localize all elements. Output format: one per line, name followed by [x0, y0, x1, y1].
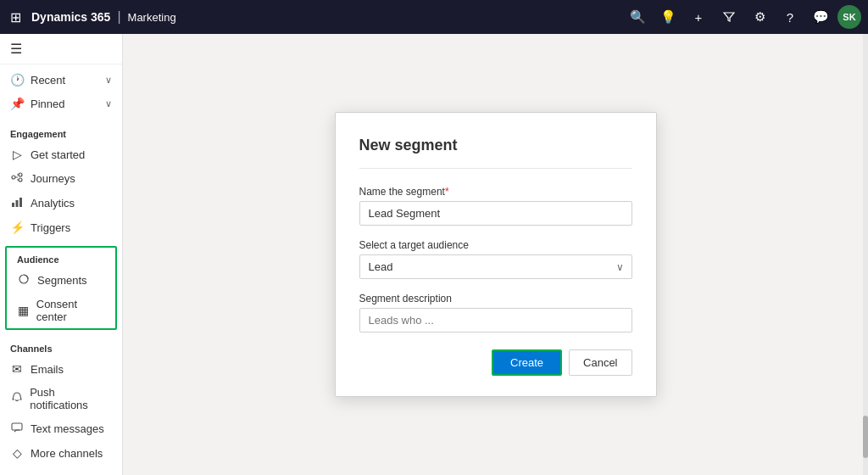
audience-select[interactable]: Lead	[359, 254, 632, 279]
name-field: Name the segment*	[359, 186, 632, 226]
svg-rect-3	[12, 203, 14, 207]
journeys-label: Journeys	[31, 172, 75, 185]
pinned-chevron: ∨	[105, 98, 112, 109]
filter-icon[interactable]	[715, 3, 743, 31]
svg-rect-5	[19, 198, 22, 207]
audience-select-wrapper: Lead ∨	[359, 254, 632, 279]
cancel-button[interactable]: Cancel	[569, 349, 632, 376]
get-started-icon: ▷	[10, 148, 24, 161]
dialog-actions: Create Cancel	[359, 349, 632, 376]
more-channels-label: More channels	[31, 447, 103, 460]
recent-icon: 🕐	[10, 73, 24, 87]
sidebar-item-triggers[interactable]: ⚡ Triggers	[0, 215, 122, 239]
svg-rect-4	[16, 200, 19, 207]
get-started-label: Get started	[31, 148, 85, 161]
segments-icon	[17, 273, 31, 288]
svg-point-1	[19, 173, 22, 176]
name-label: Name the segment*	[359, 186, 632, 198]
analytics-icon	[10, 196, 24, 210]
audience-box: Audience Segments ▦ Consent center	[5, 246, 117, 330]
text-messages-label: Text messages	[31, 422, 104, 435]
description-label: Segment description	[359, 293, 632, 305]
svg-rect-7	[12, 423, 22, 430]
consent-label: Consent center	[36, 298, 105, 323]
add-icon[interactable]: +	[685, 3, 712, 31]
sidebar-item-more-channels[interactable]: ◇ More channels	[0, 441, 122, 465]
sidebar-engagement-section: Engagement ▷ Get started Journeys Analyt…	[0, 119, 122, 243]
brand-name: Dynamics 365	[31, 10, 110, 24]
scrollbar[interactable]	[863, 34, 868, 475]
module-name: Marketing	[128, 11, 176, 24]
grid-icon[interactable]: ⊞	[7, 6, 25, 29]
dialog-title: New segment	[359, 137, 632, 169]
sidebar-item-push-notifications[interactable]: Push notifications	[0, 381, 122, 416]
triggers-label: Triggers	[31, 221, 70, 234]
sidebar-item-journeys[interactable]: Journeys	[0, 166, 122, 191]
description-field: Segment description	[359, 293, 632, 332]
push-label: Push notifications	[30, 386, 112, 411]
svg-point-0	[12, 176, 15, 179]
recent-label: Recent	[31, 74, 65, 87]
svg-point-2	[19, 178, 22, 182]
scroll-thumb	[863, 416, 868, 458]
emails-label: Emails	[31, 363, 64, 376]
topnav-icons: 🔍 💡 + ⚙ ? 💬 SK	[624, 3, 861, 31]
help-icon[interactable]: ?	[776, 3, 804, 31]
sidebar-item-recent[interactable]: 🕐 Recent ∨	[0, 68, 122, 92]
journeys-icon	[10, 171, 24, 186]
feedback-icon[interactable]: 💬	[807, 3, 834, 31]
name-input[interactable]	[359, 201, 632, 226]
search-icon[interactable]: 🔍	[624, 3, 651, 31]
sidebar-item-get-started[interactable]: ▷ Get started	[0, 142, 122, 166]
sidebar-assets-section: Assets ▤ Library	[0, 468, 122, 475]
name-required: *	[445, 186, 449, 198]
sidebar-item-consent-center[interactable]: ▦ Consent center	[7, 293, 115, 328]
triggers-icon: ⚡	[10, 221, 24, 234]
content-area: New segment Name the segment* Select a t…	[123, 34, 868, 475]
pinned-label: Pinned	[31, 98, 64, 110]
sidebar-channels-section: Channels ✉ Emails Push notifications Tex…	[0, 333, 122, 468]
sidebar-top: ☰	[0, 34, 122, 64]
new-segment-dialog: New segment Name the segment* Select a t…	[335, 112, 657, 397]
audience-label: Select a target audience	[359, 239, 632, 251]
emails-icon: ✉	[10, 362, 24, 376]
sidebar-item-emails[interactable]: ✉ Emails	[0, 357, 122, 381]
recent-chevron: ∨	[105, 75, 112, 86]
description-input[interactable]	[359, 308, 632, 332]
pinned-icon: 📌	[10, 97, 24, 110]
brand-divider: |	[117, 9, 120, 25]
assets-header: Assets	[0, 472, 122, 475]
audience-field: Select a target audience Lead ∨	[359, 239, 632, 279]
lightbulb-icon[interactable]: 💡	[654, 3, 682, 31]
more-channels-icon: ◇	[10, 446, 24, 460]
user-avatar[interactable]: SK	[837, 5, 861, 29]
brand-area: Dynamics 365 | Marketing	[31, 9, 176, 25]
main-area: ☰ 🕐 Recent ∨ 📌 Pinned ∨ Engagement ▷ Get…	[0, 34, 868, 475]
consent-icon: ▦	[17, 304, 30, 317]
sidebar-item-segments[interactable]: Segments	[7, 268, 115, 293]
top-navigation: ⊞ Dynamics 365 | Marketing 🔍 💡 + ⚙ ? 💬 S…	[0, 0, 868, 34]
sidebar-item-analytics[interactable]: Analytics	[0, 191, 122, 215]
sidebar: ☰ 🕐 Recent ∨ 📌 Pinned ∨ Engagement ▷ Get…	[0, 34, 123, 475]
engagement-header: Engagement	[0, 122, 122, 142]
sidebar-item-text-messages[interactable]: Text messages	[0, 416, 122, 441]
push-icon	[10, 392, 23, 406]
hamburger-icon[interactable]: ☰	[10, 42, 22, 56]
analytics-label: Analytics	[31, 197, 75, 210]
settings-icon[interactable]: ⚙	[746, 3, 773, 31]
sidebar-item-pinned[interactable]: 📌 Pinned ∨	[0, 92, 122, 115]
channels-header: Channels	[0, 337, 122, 357]
segments-label: Segments	[37, 274, 87, 287]
audience-header: Audience	[7, 248, 115, 268]
sidebar-recent-section: 🕐 Recent ∨ 📌 Pinned ∨	[0, 64, 122, 119]
create-button[interactable]: Create	[492, 349, 562, 376]
text-messages-icon	[10, 422, 24, 436]
